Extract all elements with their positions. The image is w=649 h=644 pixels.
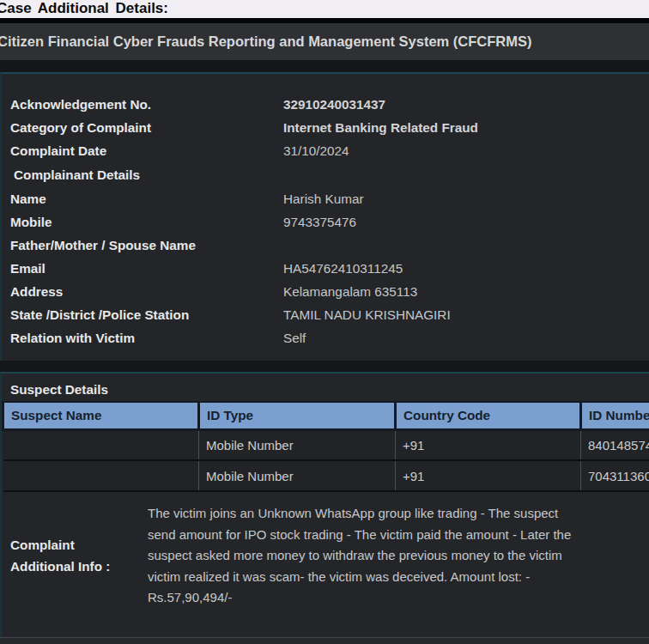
field-row-mobile: Mobile 9743375476: [2, 210, 649, 234]
cell-id-type: Mobile Number: [199, 429, 396, 460]
field-value: 31/10/2024: [283, 139, 349, 162]
cell-id-type: Mobile Number: [199, 460, 396, 491]
field-label: Acknowledgement No.: [2, 93, 283, 116]
column-header-id-number: ID Number: [581, 402, 649, 429]
field-value: TAMIL NADU KRISHNAGIRI: [283, 303, 451, 326]
spacer: [0, 60, 649, 72]
field-value: HA54762410311245: [283, 257, 403, 280]
field-value: Self: [283, 326, 306, 349]
complaint-label-line1: Complaint: [10, 534, 148, 556]
field-label: Email: [2, 257, 283, 280]
complaint-text-line: send amount for IPO stock trading - The …: [148, 525, 649, 546]
table-row: Mobile Number +91 704311360: [3, 460, 649, 491]
complaint-additional-info-row: Complaint Additional Info : The victim j…: [2, 503, 649, 609]
suspect-details-panel: Suspect Details Suspect Name ID Type Cou…: [0, 372, 649, 637]
field-row-email: Email HA54762410311245: [2, 257, 649, 280]
complaint-text-line: victim realized it was scam- the victim …: [148, 567, 649, 588]
field-row-father-mother-spouse: Father/Mother / Spouse Name: [2, 234, 649, 257]
complaint-text-line: Rs.57,90,494/-: [148, 587, 649, 609]
field-value: Harish Kumar: [283, 187, 364, 210]
field-label: Complaint Date: [2, 139, 283, 162]
column-header-country-code: Country Code: [396, 402, 581, 429]
field-label: State /District /Police Station: [2, 303, 283, 326]
cell-id-number: 704311360: [581, 460, 649, 491]
field-label: Name: [2, 187, 283, 210]
field-value: Internet Banking Related Fraud: [283, 116, 478, 139]
table-row: Mobile Number +91 840148574: [3, 429, 649, 460]
complaint-additional-info-text: The victim joins an Unknown WhatsApp gro…: [148, 503, 649, 609]
field-value: Kelamangalam 635113: [283, 280, 417, 303]
complainant-details-section-title: Complainant Details: [2, 163, 649, 187]
complaint-text-line: The victim joins an Unknown WhatsApp gro…: [148, 503, 649, 525]
field-row-acknowledgement-no: Acknowledgement No. 32910240031437: [2, 93, 649, 116]
field-value: 32910240031437: [283, 93, 385, 116]
field-row-name: Name Harish Kumar: [2, 187, 649, 210]
cell-suspect-name: [3, 460, 199, 491]
column-header-id-type: ID Type: [199, 402, 396, 429]
field-label: Address: [2, 280, 283, 303]
complaint-additional-info-label: Complaint Additional Info :: [2, 534, 148, 577]
field-row-category: Category of Complaint Internet Banking R…: [2, 116, 649, 139]
field-label: Category of Complaint: [2, 116, 283, 139]
complaint-label-line2: Additional Info :: [10, 556, 148, 577]
bottom-divider: [0, 637, 649, 644]
column-header-suspect-name: Suspect Name: [3, 402, 199, 429]
system-title-bar: Citizen Financial Cyber Frauds Reporting…: [0, 23, 649, 60]
suspect-table: Suspect Name ID Type Country Code ID Num…: [2, 401, 649, 492]
field-row-address: Address Kelamangalam 635113: [2, 280, 649, 303]
cell-id-number: 840148574: [581, 429, 649, 460]
system-title: Citizen Financial Cyber Frauds Reporting…: [0, 33, 532, 50]
field-label: Relation with Victim: [2, 326, 283, 349]
page-title: Case Additional Details:: [0, 0, 649, 18]
field-row-complaint-date: Complaint Date 31/10/2024: [2, 139, 649, 162]
complaint-text-line: suspect asked more money to withdraw the…: [148, 545, 649, 567]
suspect-table-header-row: Suspect Name ID Type Country Code ID Num…: [3, 402, 649, 429]
field-label: Mobile: [2, 210, 283, 234]
field-label: Father/Mother / Spouse Name: [2, 234, 283, 257]
case-info-panel: Acknowledgement No. 32910240031437 Categ…: [0, 72, 649, 361]
field-row-relation-with-victim: Relation with Victim Self: [2, 326, 649, 349]
cell-suspect-name: [3, 429, 199, 460]
cell-country-code: +91: [396, 429, 581, 460]
suspect-details-section-title: Suspect Details: [2, 374, 649, 398]
field-row-state-district-ps: State /District /Police Station TAMIL NA…: [2, 303, 649, 326]
field-value: 9743375476: [283, 210, 356, 234]
cell-country-code: +91: [396, 460, 581, 491]
